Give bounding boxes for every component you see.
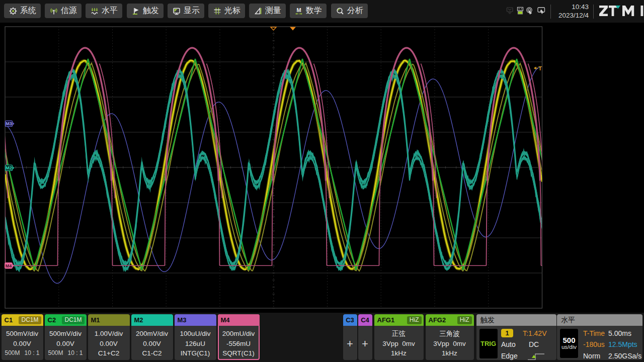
svg-text:M: M bbox=[296, 7, 301, 13]
svg-text:T: T bbox=[538, 65, 542, 71]
svg-text:M2: M2 bbox=[6, 165, 12, 170]
svg-text:M3: M3 bbox=[6, 121, 12, 126]
svg-text:M4: M4 bbox=[6, 263, 12, 268]
